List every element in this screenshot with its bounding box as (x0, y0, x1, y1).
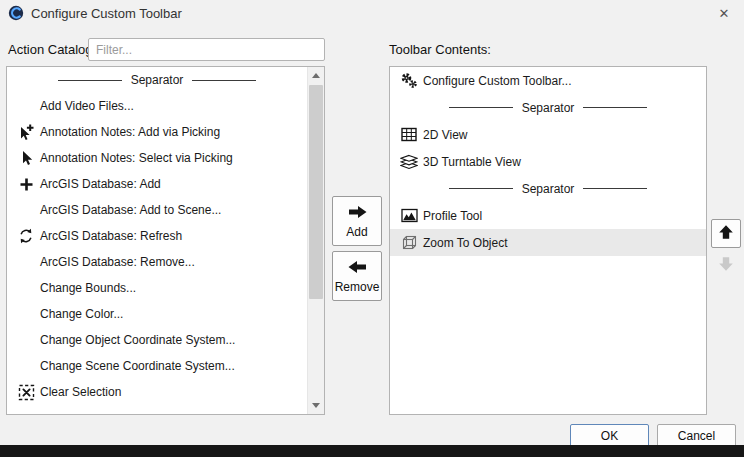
separator-line (583, 107, 647, 108)
list-item[interactable]: Annotation Notes: Add via Picking (7, 119, 307, 145)
list-item[interactable]: Clear Selection (7, 379, 307, 405)
list-item[interactable]: Change Object Coordinate System... (7, 327, 307, 353)
filter-input[interactable] (88, 38, 325, 61)
cursor-plus-icon (12, 124, 40, 140)
arrow-down-icon (718, 256, 734, 275)
action-catalog-label: Action Catalog: (8, 38, 96, 61)
list-item-label: 2D View (423, 128, 467, 142)
list-item-label: 3D Turntable View (423, 155, 521, 169)
separator-label: Separator (131, 73, 184, 87)
scrollbar-down-button[interactable] (308, 397, 324, 414)
list-item[interactable]: ArcGIS Database: Remove... (7, 249, 307, 275)
list-item-label: Change Bounds... (40, 281, 136, 295)
grid-icon (395, 127, 423, 142)
separator-line (583, 188, 647, 189)
list-item-label: ArcGIS Database: Add (40, 177, 161, 191)
triangle-up-icon (312, 73, 320, 78)
title-bar: Configure Custom Toolbar ✕ (0, 0, 744, 28)
refresh-icon (12, 228, 40, 244)
vertical-scrollbar[interactable] (307, 67, 324, 414)
window-title: Configure Custom Toolbar (31, 0, 182, 27)
background-strip (0, 445, 744, 451)
list-item-separator[interactable]: Separator (7, 67, 307, 93)
move-up-button[interactable] (711, 219, 741, 248)
separator-line (449, 107, 513, 108)
remove-button-label: Remove (335, 280, 380, 294)
separator-line (58, 80, 122, 81)
app-logo-icon (8, 5, 24, 21)
add-button-label: Add (346, 225, 367, 239)
toolbar-contents-list: Configure Custom Toolbar...Separator2D V… (389, 66, 707, 415)
list-item-label: Zoom To Object (423, 236, 507, 250)
list-item-separator[interactable]: Separator (390, 175, 706, 202)
list-item[interactable]: Annotation Notes: Select via Picking (7, 145, 307, 171)
list-item[interactable]: Configure Custom Toolbar... (390, 67, 706, 94)
list-item[interactable]: 3D Turntable View (390, 148, 706, 175)
cursor-icon (12, 150, 40, 166)
triangle-down-icon (312, 403, 320, 408)
list-item[interactable]: Profile Tool (390, 202, 706, 229)
scrollbar-up-button[interactable] (308, 67, 324, 84)
cube-icon (395, 234, 423, 251)
list-item[interactable]: ArcGIS Database: Refresh (7, 223, 307, 249)
list-item[interactable]: Change Scene Coordinate System... (7, 353, 307, 379)
add-button[interactable]: Add (332, 196, 382, 246)
list-item-label: Clear Selection (40, 385, 121, 399)
clear-selection-icon (12, 384, 40, 401)
list-item-label: Annotation Notes: Select via Picking (40, 151, 233, 165)
list-item-label: Annotation Notes: Add via Picking (40, 125, 220, 139)
list-item[interactable]: Change Color... (7, 301, 307, 327)
profile-chart-icon (395, 208, 423, 223)
list-item[interactable]: Change Bounds... (7, 275, 307, 301)
gears-icon (395, 72, 423, 89)
list-item-label: ArcGIS Database: Refresh (40, 229, 182, 243)
list-item-label: Change Color... (40, 307, 123, 321)
plus-icon (12, 177, 40, 192)
scrollbar-thumb[interactable] (309, 85, 323, 299)
list-item-label: Configure Custom Toolbar... (423, 74, 572, 88)
list-item-label: Profile Tool (423, 209, 482, 223)
arrow-left-icon (347, 259, 368, 278)
list-item[interactable]: ArcGIS Database: Add (7, 171, 307, 197)
list-item-separator[interactable]: Separator (390, 94, 706, 121)
list-item[interactable]: ArcGIS Database: Add to Scene... (7, 197, 307, 223)
ok-button[interactable]: OK (570, 424, 649, 447)
separator-label: Separator (522, 182, 575, 196)
move-down-button[interactable] (711, 251, 741, 280)
list-item[interactable]: 2D View (390, 121, 706, 148)
remove-button[interactable]: Remove (332, 251, 382, 301)
close-icon[interactable]: ✕ (708, 0, 740, 27)
list-item-label: Add Video Files... (40, 99, 134, 113)
cancel-button[interactable]: Cancel (657, 424, 736, 447)
list-item-label: ArcGIS Database: Remove... (40, 255, 195, 269)
list-item[interactable]: Zoom To Object (390, 229, 706, 256)
toolbar-contents-label: Toolbar Contents: (389, 38, 491, 61)
action-catalog-list: SeparatorAdd Video Files...Annotation No… (6, 66, 325, 415)
list-item-label: ArcGIS Database: Add to Scene... (40, 203, 221, 217)
arrow-right-icon (347, 204, 368, 223)
separator-label: Separator (522, 101, 575, 115)
layers-icon (395, 154, 423, 170)
list-item-label: Change Scene Coordinate System... (40, 359, 235, 373)
configure-custom-toolbar-dialog: Configure Custom Toolbar ✕ Action Catalo… (0, 0, 744, 451)
separator-line (449, 188, 513, 189)
list-item[interactable]: Add Video Files... (7, 93, 307, 119)
list-item-label: Change Object Coordinate System... (40, 333, 235, 347)
arrow-up-icon (718, 224, 734, 243)
separator-line (192, 80, 256, 81)
